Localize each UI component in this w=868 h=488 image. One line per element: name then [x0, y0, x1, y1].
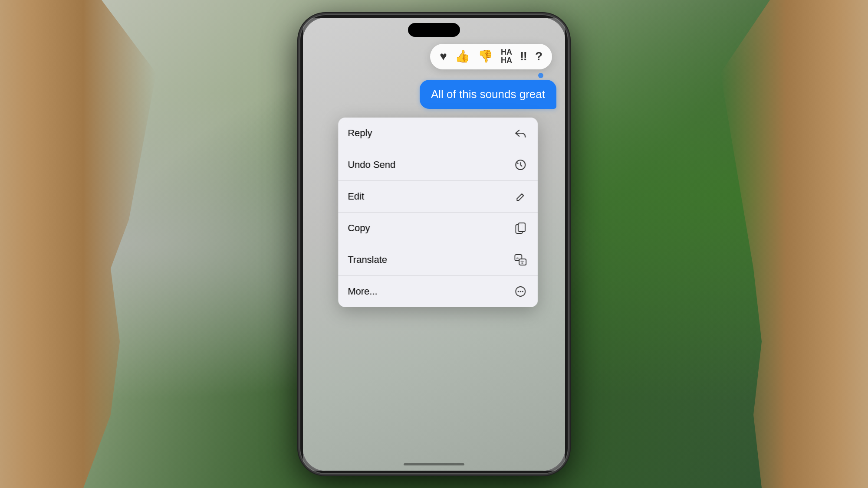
undo-send-label: Undo Send: [348, 159, 395, 170]
message-text: All of this sounds great: [431, 88, 545, 101]
translate-menu-item[interactable]: Translate A 文: [338, 244, 538, 276]
thumbs-down-reaction-button[interactable]: 👎: [478, 50, 493, 62]
translate-icon: A 文: [513, 252, 528, 268]
copy-icon: [513, 220, 528, 236]
svg-rect-2: [518, 223, 525, 232]
reply-label: Reply: [348, 128, 372, 139]
svg-point-8: [518, 291, 519, 292]
more-icon: [513, 284, 528, 299]
home-indicator: [404, 463, 464, 465]
status-bar: [303, 18, 565, 39]
more-menu-item[interactable]: More...: [338, 276, 538, 307]
dynamic-island: [408, 23, 460, 37]
undo-send-icon: [513, 157, 528, 173]
question-reaction-button[interactable]: ?: [535, 50, 542, 62]
message-bubble: All of this sounds great: [420, 80, 556, 109]
heart-reaction-button[interactable]: ♥: [440, 50, 447, 62]
bubble-tail-dot: [538, 73, 543, 78]
context-menu: Reply Undo Send: [338, 118, 538, 307]
phone-frame: ♥ 👍 👎 HAHA ‼ ? All of this sounds great …: [299, 14, 569, 474]
edit-pencil-icon: [513, 189, 528, 204]
reply-menu-item[interactable]: Reply: [338, 118, 538, 149]
edit-label: Edit: [348, 191, 364, 202]
svg-text:A: A: [516, 256, 519, 260]
thumbs-up-reaction-button[interactable]: 👍: [455, 50, 470, 62]
svg-point-10: [522, 291, 523, 292]
copy-menu-item[interactable]: Copy: [338, 213, 538, 244]
reply-arrow-icon: [513, 125, 528, 141]
more-label: More...: [348, 286, 377, 297]
copy-label: Copy: [348, 223, 370, 234]
translate-label: Translate: [348, 254, 387, 265]
message-area: ♥ 👍 👎 HAHA ‼ ? All of this sounds great: [303, 44, 565, 109]
phone-screen: ♥ 👍 👎 HAHA ‼ ? All of this sounds great …: [303, 18, 565, 471]
reaction-bar: ♥ 👍 👎 HAHA ‼ ?: [430, 44, 552, 70]
svg-point-9: [520, 291, 521, 292]
haha-reaction-button[interactable]: HAHA: [501, 48, 512, 66]
emphasize-reaction-button[interactable]: ‼: [520, 50, 527, 62]
undo-send-menu-item[interactable]: Undo Send: [338, 149, 538, 181]
edit-menu-item[interactable]: Edit: [338, 181, 538, 213]
svg-text:文: 文: [520, 260, 524, 265]
